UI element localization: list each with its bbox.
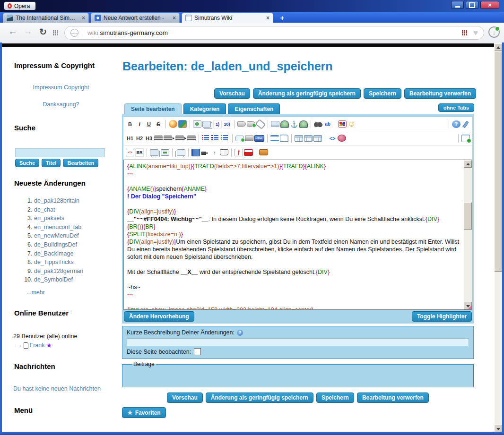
page-break-icon[interactable] (270, 135, 279, 141)
wiki-editor[interactable]: {ALINK(aname=tiki_top)}{TRAFD(fields=>7,… (123, 160, 472, 310)
watch-page-checkbox[interactable] (194, 348, 201, 355)
help-icon[interactable]: ? (237, 330, 243, 336)
line-break-icon[interactable]: BR (135, 148, 144, 157)
image-frame-icon[interactable] (161, 149, 169, 156)
bearbeiten-button[interactable]: Bearbeiten (63, 159, 98, 167)
favoriten-button[interactable]: ★ Favoriten (122, 407, 166, 418)
editor-scroll-thumb[interactable] (464, 202, 472, 230)
bookmark-heart-icon[interactable]: ♥ (473, 29, 478, 37)
close-button[interactable]: × (480, 1, 499, 9)
user-frank-link[interactable]: Frank (30, 342, 45, 349)
outdent-icon[interactable] (175, 136, 184, 141)
forward-icon[interactable]: → (22, 26, 34, 37)
search-input[interactable] (15, 148, 105, 157)
speichern-button-bottom[interactable]: Speichern (316, 392, 354, 403)
copy-pages-icon[interactable] (150, 149, 158, 156)
tab-seite-bearbeiten[interactable]: Seite bearbeiten (124, 103, 182, 114)
discard-button-top[interactable]: Bearbeitung verwerfen (404, 88, 476, 99)
tab-eigenschaften[interactable]: Eigenschaften (228, 103, 280, 114)
new-tab-button[interactable]: + (278, 14, 287, 21)
ohne-tabs-button[interactable]: ohne Tabs (438, 103, 474, 112)
text-color-icon[interactable] (169, 120, 177, 128)
numbered-list-icon[interactable] (211, 135, 220, 141)
suche-button[interactable]: Suche (15, 159, 39, 167)
flash-icon[interactable]: f (235, 149, 243, 156)
heading-3-icon[interactable]: H3 (145, 134, 153, 143)
bullet-list-icon[interactable] (202, 135, 210, 141)
recent-change-link[interactable]: de_BuildingsDef (34, 241, 77, 248)
recent-change-link[interactable]: de_pak128britain (34, 197, 79, 204)
image-upload-icon[interactable] (280, 120, 289, 128)
mehr-link[interactable]: ...mehr (26, 289, 45, 296)
recent-change-link[interactable]: de_BackImage (34, 250, 73, 257)
help-icon[interactable]: ? (452, 120, 461, 128)
book-icon[interactable] (191, 149, 200, 156)
table-full-icon[interactable] (313, 135, 322, 142)
discard-button-bottom[interactable]: Bearbeitung verwerfen (357, 392, 429, 403)
browser-tab-2[interactable]: Neue Antwort erstellen - × (91, 13, 180, 23)
impressum-copyright-link[interactable]: Impressum Copyright (33, 84, 89, 91)
danksagung-link[interactable]: Danksagung? (43, 101, 79, 108)
vorschau-button-top[interactable]: Vorschau (214, 88, 250, 99)
close-tab-icon[interactable]: × (266, 15, 269, 21)
table-header-icon[interactable] (304, 135, 313, 142)
vorschau-button-bottom[interactable]: Vorschau (167, 392, 203, 403)
browser-tab-1[interactable]: The International Simutra × (3, 13, 89, 23)
align-center-icon[interactable] (154, 136, 163, 141)
external-link-icon[interactable] (247, 121, 255, 127)
page-scrollbar[interactable] (494, 43, 502, 432)
wiki-link-icon[interactable] (237, 121, 246, 127)
pin-icon[interactable] (201, 149, 209, 156)
youtube-icon[interactable] (244, 149, 253, 156)
strikethrough-icon[interactable]: S (154, 120, 163, 128)
maximize-button[interactable] (466, 1, 478, 9)
speed-dial-icon[interactable] (462, 30, 468, 36)
no-messages-link[interactable]: Du hast keine neuen Nachrichten (13, 385, 101, 392)
footnote-list-icon[interactable]: 10) (223, 120, 231, 128)
image-icon[interactable] (193, 120, 201, 128)
change-highlight-button[interactable]: Ändere Hervorhebung (124, 311, 194, 322)
opera-menu-button[interactable]: Opera (4, 1, 36, 10)
menu-grid-icon[interactable] (53, 30, 59, 36)
special-char-icon[interactable] (338, 120, 347, 128)
footnote-icon[interactable]: 1) (213, 120, 222, 128)
table-simple-icon[interactable] (295, 135, 303, 142)
toggle-highlighter-button[interactable]: Toggle Highlighter (412, 311, 472, 322)
admin-wrench-icon[interactable] (461, 120, 470, 128)
plugin-code-icon[interactable]: <> (328, 134, 337, 143)
special-plugin-icon[interactable] (338, 135, 346, 142)
duplicate-icon[interactable] (177, 149, 185, 156)
recent-change-link[interactable]: en_newMenuDef (34, 232, 79, 239)
reload-icon[interactable]: ↻ (37, 26, 49, 37)
editor-scrollbar[interactable] (464, 160, 472, 309)
browser-tab-3-active[interactable]: Simutrans Wiki × (182, 13, 273, 23)
heading-2-icon[interactable]: H2 (135, 134, 144, 143)
tab-kategorien[interactable]: Kategorien (183, 103, 226, 114)
smiley-icon[interactable]: ☺ (348, 120, 356, 128)
definition-list-icon[interactable] (221, 135, 229, 141)
underline-icon[interactable]: U (145, 120, 153, 128)
recent-change-link[interactable]: en_menuconf_tab (34, 224, 81, 230)
fullscreen-icon[interactable] (461, 135, 470, 142)
description-input[interactable] (127, 338, 469, 346)
wiki-editor-content[interactable]: {ALINK(aname=tiki_top)}{TRAFD(fields=>7,… (124, 160, 464, 309)
back-icon[interactable]: ← (7, 26, 19, 37)
editor-scroll-up-button[interactable] (464, 160, 472, 168)
minor-save-button-top[interactable]: Änderung als geringfügig speichern (253, 88, 361, 99)
speichern-button-top[interactable]: Speichern (364, 88, 401, 99)
copy-page-icon[interactable] (202, 121, 211, 128)
scroll-thumb[interactable] (494, 51, 502, 272)
bold-icon[interactable]: B (126, 120, 134, 128)
url-field[interactable]: wiki. simutrans-germany.com ♥ (64, 26, 484, 40)
recent-change-link[interactable]: en_paksets (34, 215, 64, 222)
recent-change-link[interactable]: de_TippsTricks (34, 259, 74, 265)
attachment-icon[interactable] (255, 119, 266, 129)
scroll-down-button[interactable] (494, 425, 502, 432)
recent-change-link[interactable]: de_pak128german (34, 268, 83, 274)
minimize-button[interactable] (451, 1, 464, 9)
translate-icon[interactable]: ab (323, 120, 332, 128)
resize-grip-icon[interactable] (468, 305, 472, 309)
download-button[interactable]: ↓ (488, 26, 500, 38)
background-color-icon[interactable] (178, 120, 187, 128)
code-page-icon[interactable]: <> (126, 149, 134, 156)
